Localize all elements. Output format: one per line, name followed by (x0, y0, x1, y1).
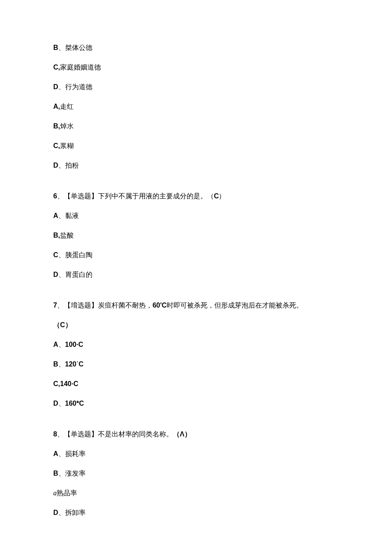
question-text-part1: 炭疽杆菌不耐热， (98, 302, 153, 309)
option-line: B、120˙C (53, 359, 339, 369)
option-text: 160*C (65, 400, 84, 407)
option-line: A、黏液 (53, 211, 339, 221)
question-text: 下列中不属于用液的主要成分的是。 (98, 192, 207, 200)
option-label: A (53, 341, 58, 348)
option-line: C,家庭婚姻道德 (53, 62, 339, 73)
option-text: 走红 (60, 103, 74, 110)
option-line: B,焯水 (53, 121, 339, 131)
document-page: B、桀体公德 C,家庭婚姻道德 D、行为道德 A,走红 B,焯水 C,浆糊 D、… (0, 0, 392, 553)
option-label: A (53, 103, 58, 110)
question-sep: 、 (57, 430, 64, 438)
question-answer-line: （C） (53, 320, 339, 330)
question-text: 不是出材率的同类名称。 (98, 430, 173, 438)
option-text: 100·C (65, 341, 84, 348)
option-sep: 、 (58, 83, 65, 90)
question-answer: （C） (53, 321, 72, 328)
option-text: 拍粉 (65, 162, 79, 169)
option-line: D、拍粉 (53, 160, 339, 171)
option-text: 胃蛋白的 (65, 271, 92, 278)
option-line: C,浆糊 (53, 141, 339, 151)
question-number: 7 (53, 302, 57, 309)
option-sep: 、 (58, 251, 65, 259)
question-7: 7、【堉选题】炭疽杆菌不耐热，60'C时即可被杀死，但形成芽泡后在才能被杀死。 (53, 300, 339, 311)
option-sep: 、 (58, 271, 65, 278)
option-text: 桀体公德 (65, 44, 92, 51)
option-line: D、胃蛋白的 (53, 270, 339, 280)
option-text: 行为道德 (65, 83, 92, 90)
option-text: 拆卸率 (65, 509, 86, 516)
option-sep: 、 (58, 470, 65, 477)
option-label: A (53, 212, 58, 219)
option-label: D (53, 162, 58, 169)
option-sep: 、 (58, 162, 65, 169)
option-text: 焯水 (60, 122, 74, 130)
question-number: 6 (53, 192, 57, 200)
option-line: a熟品率 (53, 488, 339, 498)
option-text: 家庭婚姻道德 (60, 64, 101, 71)
option-text: 120˙C (65, 360, 84, 368)
option-line: A,走红 (53, 102, 339, 112)
option-label: a (53, 489, 57, 497)
option-sep: 、 (58, 360, 65, 368)
question-text-part2: 时即可被杀死，但形成芽泡后在才能被杀死。 (167, 302, 303, 309)
option-line: A、100·C (53, 340, 339, 350)
option-text: 黏液 (65, 212, 79, 219)
option-sep: 、 (58, 509, 65, 516)
option-label: C (53, 64, 58, 71)
option-line: D、拆卸率 (53, 508, 339, 518)
option-text: 熟品率 (57, 489, 77, 497)
option-sep: 、 (58, 450, 65, 457)
option-sep: 、 (58, 400, 65, 407)
option-label: B (53, 360, 58, 368)
option-line: D、160*C (53, 398, 339, 409)
question-sep: 、 (57, 302, 64, 309)
option-line: D、行为道德 (53, 82, 339, 92)
question-answer: （C） (207, 192, 226, 200)
question-tag: 【堉选题】 (64, 302, 98, 309)
option-label: C (53, 380, 58, 387)
option-label: D (53, 400, 58, 407)
option-text: 涨发率 (65, 470, 86, 477)
option-sep: 、 (58, 212, 65, 219)
option-label: A (53, 450, 58, 457)
question-sep: 、 (57, 192, 64, 200)
question-tag: 【单选题】 (64, 192, 98, 200)
option-line: C、胰蛋白陶 (53, 250, 339, 260)
option-line: B,盐酸 (53, 230, 339, 241)
option-line: A、损耗率 (53, 449, 339, 459)
option-text: 损耗率 (65, 450, 86, 457)
option-sep: 、 (58, 44, 65, 51)
option-text: 浆糊 (60, 142, 74, 149)
option-label: B (53, 122, 58, 130)
question-number: 8 (53, 430, 57, 438)
option-label: C (53, 251, 58, 259)
option-label: B (53, 44, 58, 51)
option-text: 胰蛋白陶 (65, 251, 92, 259)
option-label: B (53, 232, 58, 239)
option-label: B (53, 470, 58, 477)
option-text: 盐酸 (60, 232, 74, 239)
option-line: B、涨发率 (53, 468, 339, 479)
question-8: 8、【单选题】不是出材率的同类名称。（Λ） (53, 429, 339, 439)
question-answer: （Λ） (173, 430, 191, 438)
option-label: D (53, 509, 58, 516)
option-line: C,140·C (53, 379, 339, 389)
option-line: B、桀体公德 (53, 43, 339, 53)
option-label: D (53, 271, 58, 278)
question-6: 6、【单选题】下列中不属于用液的主要成分的是。（C） (53, 191, 339, 201)
option-label: C (53, 142, 58, 149)
option-label: D (53, 83, 58, 90)
question-text-bold: 60'C (153, 302, 167, 309)
option-sep: 、 (58, 341, 65, 348)
option-text: 140·C (60, 380, 78, 387)
question-tag: 【单选题】 (64, 430, 98, 438)
